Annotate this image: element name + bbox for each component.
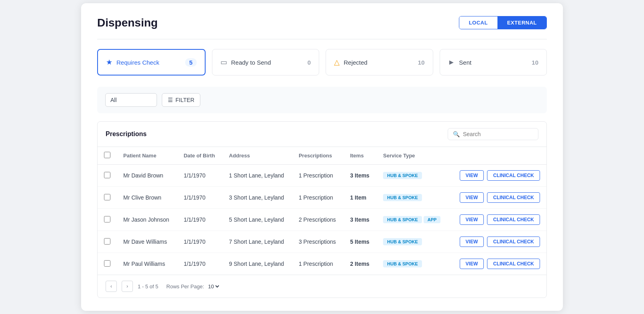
clinical-check-button-2[interactable]: CLINICAL CHECK — [487, 214, 540, 225]
sent-count: 10 — [532, 59, 538, 66]
service-type-4: HUB & SPOKE — [377, 253, 450, 275]
view-button-3[interactable]: VIEW — [460, 237, 484, 247]
pagination: ‹ › 1 - 5 of 5 Rows Per Page: 10 25 50 — [98, 275, 546, 298]
actions-3: VIEW CLINICAL CHECK — [450, 231, 546, 253]
requires-check-count: 5 — [185, 58, 196, 67]
badge-hub---spoke-1: HUB & SPOKE — [383, 194, 422, 201]
filter-select[interactable]: All Hub & Spoke APP — [105, 93, 157, 107]
items-0: 3 Items — [344, 165, 377, 187]
patient-name-1: Mr Clive Brown — [117, 187, 177, 209]
search-icon: 🔍 — [453, 131, 460, 137]
rows-per-page-select[interactable]: 10 25 50 — [206, 283, 220, 290]
header: Dispensing LOCAL EXTERNAL — [97, 16, 547, 29]
row-checkbox-cell-0 — [98, 165, 117, 187]
prev-page-button[interactable]: ‹ — [106, 281, 117, 292]
patient-name-2: Mr Jason Johnson — [117, 209, 177, 231]
dob-3: 1/1/1970 — [177, 231, 222, 253]
badge-hub---spoke-0: HUB & SPOKE — [383, 172, 422, 179]
status-card-requires-check[interactable]: ★ Requires Check 5 — [97, 49, 206, 75]
service-type-2: HUB & SPOKEAPP — [377, 209, 450, 231]
table-row: Mr David Brown 1/1/1970 1 Short Lane, Le… — [98, 165, 546, 187]
address-0: 1 Short Lane, Leyland — [222, 165, 292, 187]
pagination-info: 1 - 5 of 5 — [138, 283, 158, 290]
search-input[interactable] — [463, 131, 533, 137]
view-button-1[interactable]: VIEW — [460, 192, 484, 203]
prescriptions-section: Prescriptions 🔍 Patient Name Date of Bir… — [97, 121, 547, 298]
service-type-3: HUB & SPOKE — [377, 231, 450, 253]
select-all-checkbox[interactable] — [104, 152, 110, 158]
rejected-count: 10 — [418, 59, 425, 66]
local-toggle-button[interactable]: LOCAL — [459, 16, 497, 29]
clinical-check-button-3[interactable]: CLINICAL CHECK — [487, 237, 540, 247]
row-checkbox-cell-4 — [98, 253, 117, 275]
row-checkbox-cell-3 — [98, 231, 117, 253]
sent-label: Sent — [459, 59, 471, 66]
status-card-rejected[interactable]: △ Rejected 10 — [326, 49, 433, 75]
items-1: 1 Item — [344, 187, 377, 209]
clinical-check-button-0[interactable]: CLINICAL CHECK — [487, 170, 540, 181]
row-checkbox-0[interactable] — [104, 172, 110, 178]
row-checkbox-cell-1 — [98, 187, 117, 209]
badge-app-2: APP — [424, 216, 441, 223]
toggle-buttons: LOCAL EXTERNAL — [459, 16, 547, 29]
prescriptions-table: Patient Name Date of Birth Address Presc… — [98, 147, 546, 275]
dob-4: 1/1/1970 — [177, 253, 222, 275]
rejected-label: Rejected — [344, 59, 367, 66]
col-service-type: Service Type — [377, 147, 450, 165]
clinical-check-button-4[interactable]: CLINICAL CHECK — [487, 259, 540, 269]
badge-hub---spoke-3: HUB & SPOKE — [383, 238, 422, 245]
next-page-button[interactable]: › — [122, 281, 133, 292]
dob-1: 1/1/1970 — [177, 187, 222, 209]
select-all-header — [98, 147, 117, 165]
view-button-0[interactable]: VIEW — [460, 170, 484, 181]
requires-check-icon: ★ — [106, 58, 112, 67]
view-button-4[interactable]: VIEW — [460, 259, 484, 269]
prescriptions-2: 2 Prescriptions — [292, 209, 344, 231]
row-checkbox-3[interactable] — [104, 238, 110, 245]
patient-name-0: Mr David Brown — [117, 165, 177, 187]
filter-label: FILTER — [175, 97, 194, 103]
prescriptions-3: 3 Prescriptions — [292, 231, 344, 253]
dob-2: 1/1/1970 — [177, 209, 222, 231]
row-checkbox-2[interactable] — [104, 216, 110, 222]
actions-0: VIEW CLINICAL CHECK — [450, 165, 546, 187]
view-button-2[interactable]: VIEW — [460, 214, 484, 225]
actions-1: VIEW CLINICAL CHECK — [450, 187, 546, 209]
header-divider — [97, 39, 547, 39]
address-4: 9 Short Lane, Leyland — [222, 253, 292, 275]
page-title: Dispensing — [97, 16, 158, 29]
actions-2: VIEW CLINICAL CHECK — [450, 209, 546, 231]
sent-icon: ► — [448, 58, 455, 67]
prescriptions-4: 1 Prescription — [292, 253, 344, 275]
dob-0: 1/1/1970 — [177, 165, 222, 187]
filter-bar: All Hub & Spoke APP ☰ FILTER — [97, 87, 547, 113]
status-cards: ★ Requires Check 5 ▭ Ready to Send 0 △ R… — [97, 49, 547, 75]
table-row: Mr Clive Brown 1/1/1970 3 Short Lane, Le… — [98, 187, 546, 209]
prescriptions-header: Prescriptions 🔍 — [98, 122, 546, 147]
items-2: 3 Items — [344, 209, 377, 231]
app-container: Dispensing LOCAL EXTERNAL ★ Requires Che… — [81, 3, 563, 311]
table-row: Mr Paul Williams 1/1/1970 9 Short Lane, … — [98, 253, 546, 275]
col-items: Items — [344, 147, 377, 165]
status-card-ready-to-send[interactable]: ▭ Ready to Send 0 — [212, 49, 320, 75]
search-box: 🔍 — [448, 128, 538, 140]
row-checkbox-4[interactable] — [104, 260, 110, 267]
table-row: Mr Dave Williams 1/1/1970 7 Short Lane, … — [98, 231, 546, 253]
col-patient-name: Patient Name — [117, 147, 177, 165]
clinical-check-button-1[interactable]: CLINICAL CHECK — [487, 192, 540, 203]
ready-to-send-label: Ready to Send — [231, 59, 271, 66]
rejected-icon: △ — [334, 58, 340, 67]
status-card-sent[interactable]: ► Sent 10 — [440, 49, 547, 75]
col-dob: Date of Birth — [177, 147, 222, 165]
address-3: 7 Short Lane, Leyland — [222, 231, 292, 253]
col-prescriptions: Prescriptions — [292, 147, 344, 165]
row-checkbox-1[interactable] — [104, 194, 110, 200]
external-toggle-button[interactable]: EXTERNAL — [497, 16, 546, 29]
patient-name-4: Mr Paul Williams — [117, 253, 177, 275]
filter-button[interactable]: ☰ FILTER — [162, 93, 200, 107]
service-type-1: HUB & SPOKE — [377, 187, 450, 209]
table-row: Mr Jason Johnson 1/1/1970 5 Short Lane, … — [98, 209, 546, 231]
badge-hub---spoke-2: HUB & SPOKE — [383, 216, 422, 223]
col-actions — [450, 147, 546, 165]
table-header-row: Patient Name Date of Birth Address Presc… — [98, 147, 546, 165]
